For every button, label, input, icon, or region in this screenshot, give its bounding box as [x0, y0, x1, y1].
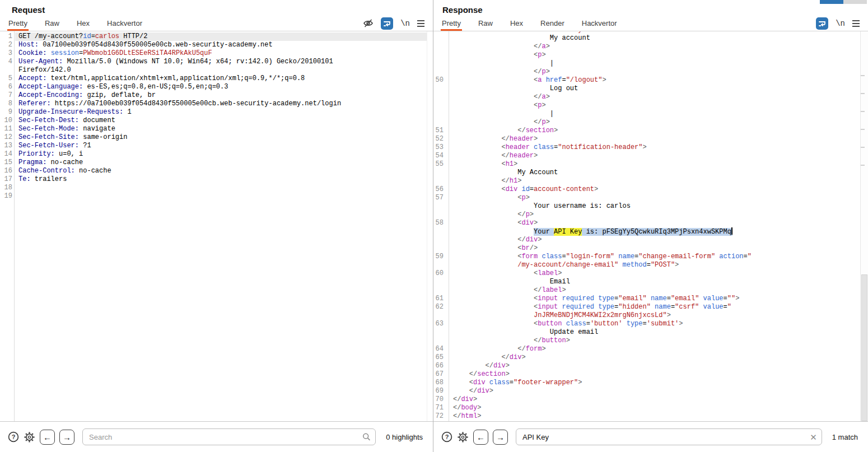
response-panel: Response PrettyRawHexRenderHackvertor \n	[433, 0, 868, 452]
code-line: 3Cookie: session=PWbmob1G6DLtESEeRSiTA4R…	[0, 49, 433, 58]
code-line: 60 <label>	[433, 269, 868, 278]
request-search-field	[82, 428, 376, 445]
code-line: |	[433, 59, 868, 68]
code-line: 71</body>	[433, 404, 868, 412]
newline-icon[interactable]: \n	[836, 19, 845, 28]
response-search-input[interactable]	[516, 428, 822, 445]
next-match-button[interactable]: →	[493, 430, 508, 445]
request-highlight-count: 0 highlights	[384, 433, 427, 441]
tab-render[interactable]: Render	[540, 16, 564, 31]
previous-match-button[interactable]: ←	[473, 430, 488, 445]
code-line: </a>	[433, 93, 868, 101]
search-icon[interactable]	[362, 433, 371, 441]
scrollbar-mark	[861, 93, 865, 94]
code-line: |	[433, 110, 868, 118]
next-match-button[interactable]: →	[59, 430, 74, 445]
code-line: Your username is: carlos	[433, 202, 868, 211]
scrollbar-mark	[861, 129, 865, 130]
response-tabs: PrettyRawHexRenderHackvertor	[442, 16, 634, 31]
code-line: </p>	[433, 118, 868, 127]
tab-pretty[interactable]: Pretty	[8, 16, 27, 31]
request-tabs: PrettyRawHexHackvertor	[8, 16, 160, 31]
newline-icon[interactable]: \n	[400, 19, 410, 28]
code-line: 6Accept-Language: es-ES,es;q=0.8,en-US;q…	[0, 83, 433, 91]
code-line: Firefox/142.0	[0, 66, 433, 74]
code-line: 72</html>	[433, 412, 868, 421]
search-settings-gear-icon[interactable]	[24, 431, 35, 443]
response-code-rows: <a href="/my-account?id=carlos"> My acco…	[433, 31, 868, 421]
tab-pretty[interactable]: Pretty	[442, 16, 461, 31]
request-code-rows: 1GET /my-account?id=carlos HTTP/22Host: …	[0, 31, 433, 201]
request-search-input[interactable]	[82, 428, 376, 445]
word-wrap-icon[interactable]	[816, 17, 828, 30]
response-panel-title: Response	[433, 0, 868, 16]
tab-raw[interactable]: Raw	[478, 16, 493, 31]
code-line: My Account	[433, 169, 868, 177]
code-line: 19	[0, 192, 433, 201]
response-scrollbar-thumb[interactable]	[861, 274, 867, 421]
code-line: <p>	[433, 101, 868, 110]
help-icon[interactable]: ?	[8, 431, 19, 442]
clear-x-icon[interactable]: ✕	[810, 433, 817, 441]
request-tabbar: PrettyRawHexHackvertor	[0, 16, 433, 31]
code-line: Your API Key is: pFSEgYy5QcwkuRIq3MPjPsx…	[433, 227, 868, 236]
response-scrollbar	[860, 31, 868, 421]
code-line: 5Accept: text/html,application/xhtml+xml…	[0, 74, 433, 83]
menu-icon[interactable]	[852, 20, 860, 27]
code-line: <br/>	[433, 244, 868, 253]
code-line: 2Host: 0a7100eb039f054d8430f550005e00cb.…	[0, 41, 433, 49]
response-match-count: 1 match	[830, 433, 862, 441]
word-wrap-icon[interactable]	[381, 17, 393, 30]
help-icon[interactable]: ?	[441, 431, 452, 442]
panel-splitter[interactable]	[433, 0, 433, 452]
code-line: 14Priority: u=0, i	[0, 150, 433, 159]
tab-hackvertor[interactable]: Hackvertor	[582, 16, 617, 31]
previous-match-button[interactable]: ←	[40, 430, 55, 445]
code-line: 59 <form class="login-form" name="change…	[433, 253, 868, 261]
code-line: 8Referer: https://0a7100eb039f054d8430f5…	[0, 100, 433, 108]
code-line: 66 </div>	[433, 362, 868, 370]
search-settings-gear-icon[interactable]	[457, 431, 469, 443]
code-line: 13Sec-Fetch-User: ?1	[0, 142, 433, 150]
text-caret	[731, 227, 732, 235]
code-line: 54 </header>	[433, 152, 868, 160]
code-line: 70</div>	[433, 395, 868, 404]
inspector-toggle-active-segment[interactable]	[820, 0, 843, 4]
inspector-toggle-inactive-segment[interactable]	[843, 0, 867, 4]
tab-hex[interactable]: Hex	[77, 16, 90, 31]
tab-hackvertor[interactable]: Hackvertor	[107, 16, 142, 31]
menu-icon[interactable]	[417, 20, 424, 27]
code-line: 4User-Agent: Mozilla/5.0 (Windows NT 10.…	[0, 58, 433, 66]
code-line: 65 </div>	[433, 353, 868, 362]
code-line: 55 <h1>	[433, 160, 868, 169]
code-line: 68 <div class="footer-wrapper">	[433, 379, 868, 387]
code-line: 52 </header>	[433, 135, 868, 143]
scrollbar-mark	[861, 165, 865, 166]
code-line: <p>	[433, 51, 868, 59]
tab-raw[interactable]: Raw	[45, 16, 59, 31]
code-line: 17Te: trailers	[0, 175, 433, 184]
code-line: 58 <div>	[433, 219, 868, 227]
code-line: </p>	[433, 211, 868, 219]
code-line: JnJRMeBNDjMCM4KWI2x2mrgN6njxcsLd">	[433, 311, 868, 320]
scrollbar-mark	[861, 111, 865, 112]
code-line: 69 </div>	[433, 387, 868, 395]
tab-hex[interactable]: Hex	[510, 16, 523, 31]
code-line: Log out	[433, 85, 868, 93]
hide-matches-eye-icon[interactable]	[363, 18, 374, 29]
code-line: Update email	[433, 328, 868, 337]
request-editor[interactable]: 1GET /my-account?id=carlos HTTP/22Host: …	[0, 31, 433, 421]
code-line: </button>	[433, 337, 868, 345]
code-line: 11Sec-Fetch-Mode: navigate	[0, 125, 433, 133]
code-line: 10Sec-Fetch-Dest: document	[0, 117, 433, 125]
scrollbar-mark	[861, 147, 865, 148]
response-editor[interactable]: <a href="/my-account?id=carlos"> My acco…	[433, 31, 868, 421]
svg-text:?: ?	[445, 434, 449, 440]
code-line: </p>	[433, 68, 868, 76]
code-line: 63 <button class='button' type='submit'>	[433, 320, 868, 328]
code-line: 50 <a href="/logout">	[433, 76, 868, 85]
code-line: 56 <div id=account-content>	[433, 185, 868, 194]
code-line: 51 </section>	[433, 127, 868, 135]
request-toolbar: \n	[363, 17, 433, 30]
response-search-field: ✕	[516, 428, 822, 445]
